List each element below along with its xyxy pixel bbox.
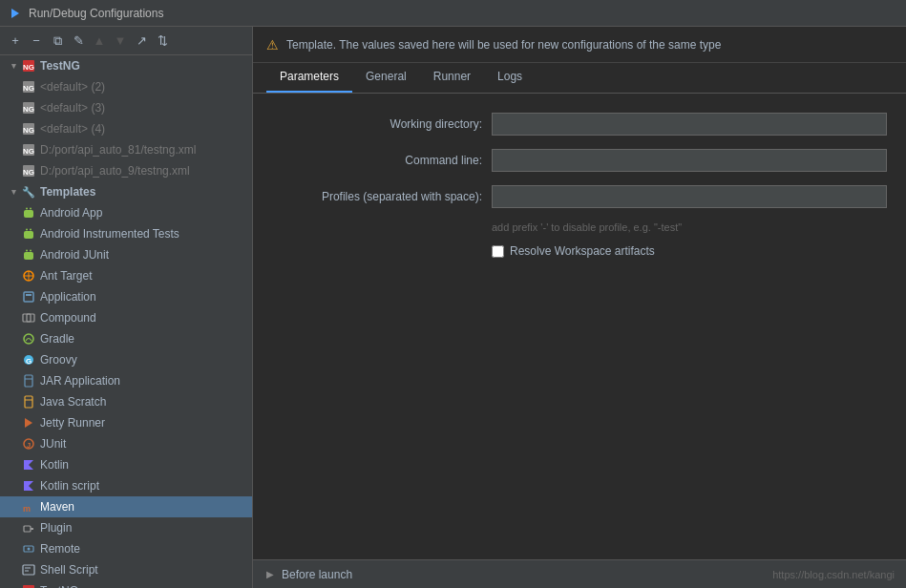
working-dir-input[interactable] [492,113,887,136]
testng-icon4: NG [21,142,36,158]
list-item[interactable]: NG TestNG [0,580,252,588]
ant-target-label: Ant Target [40,269,92,283]
down-button[interactable]: ▼ [111,32,130,51]
tab-parameters[interactable]: Parameters [266,62,352,93]
svg-rect-25 [24,292,33,302]
list-item[interactable]: Kotlin script [0,475,252,496]
move-to-group-button[interactable]: ↗ [132,32,151,51]
remove-button[interactable]: − [27,32,46,51]
list-item[interactable]: NG <default> (4) [0,118,252,139]
footer-chevron-icon: ▶ [266,569,274,579]
list-item[interactable]: Kotlin [0,454,252,475]
tabs-row: Parameters General Runner Logs [253,63,906,94]
gradle-icon [21,331,36,346]
svg-point-15 [30,208,32,210]
testng-icon: NG [21,79,36,94]
list-item[interactable]: NG D:/port/api_auto_9/testng.xml [0,160,252,181]
list-item[interactable]: Android Instrumented Tests [0,223,252,244]
resolve-workspace-checkbox[interactable] [492,245,504,258]
list-item[interactable]: Compound [0,307,252,328]
gradle-label: Gradle [40,332,74,346]
up-button[interactable]: ▲ [90,32,109,51]
svg-text:m: m [23,504,31,514]
default3-label: <default> (3) [40,101,105,115]
default4-label: <default> (4) [40,122,105,136]
list-item[interactable]: NG <default> (2) [0,76,252,97]
maven-icon: m [21,499,36,514]
command-line-input[interactable] [492,149,887,172]
maven-item[interactable]: m Maven [0,496,252,517]
svg-marker-39 [24,460,33,470]
remote-label: Remote [40,542,80,556]
jar-application-label: JAR Application [40,374,120,388]
warning-text: Template. The values saved here will be … [286,38,721,52]
templates-group-label: Templates [40,185,95,199]
testng-icon2: NG [21,100,36,116]
svg-text:J: J [27,441,31,450]
copy-button[interactable]: ⧉ [48,32,67,51]
svg-rect-16 [24,231,33,239]
list-item[interactable]: NG D:/port/api_auto_81/testng.xml [0,139,252,160]
title-bar-title: Run/Debug Configurations [29,7,163,20]
list-item[interactable]: G Groovy [0,349,252,370]
edit-button[interactable]: ✎ [69,32,88,51]
list-item[interactable]: Android App [0,202,252,223]
list-item[interactable]: Remote [0,538,252,559]
svg-text:NG: NG [23,126,34,135]
java-scratch-icon [21,394,36,410]
list-item[interactable]: Shell Script [0,559,252,580]
svg-rect-46 [23,565,34,575]
remote-icon [21,541,36,556]
testng-template-label: TestNG [40,584,78,588]
list-item[interactable]: Plugin [0,517,252,538]
sort-button[interactable]: ⇅ [153,32,172,51]
jar-icon [21,373,36,388]
list-item[interactable]: J JUnit [0,433,252,454]
command-line-row: Command line: [272,149,887,172]
plugin-icon [21,520,36,536]
java-scratch-label: Java Scratch [40,395,106,409]
application-label: Application [40,290,96,304]
list-item[interactable]: Jetty Runner [0,412,252,433]
left-panel: + − ⧉ ✎ ▲ ▼ ↗ ⇅ [0,27,253,588]
shell-script-icon [21,562,36,578]
tab-logs[interactable]: Logs [484,62,536,93]
kotlin-script-label: Kotlin script [40,479,99,493]
resolve-workspace-label: Resolve Workspace artifacts [510,244,655,258]
kotlin-label: Kotlin [40,458,69,472]
list-item[interactable]: Java Scratch [0,391,252,412]
svg-point-17 [26,229,28,231]
testng-group[interactable]: ▾ NG TestNG [0,55,252,76]
testng-group-icon: NG [21,58,36,74]
application-icon [21,289,36,304]
svg-point-18 [30,229,32,231]
templates-group[interactable]: ▾ 🔧 Templates [0,181,252,202]
path1-label: D:/port/api_auto_81/testng.xml [40,143,196,157]
profiles-row: Profiles (separated with space): [272,185,887,208]
testng-icon5: NG [21,163,36,178]
tab-runner[interactable]: Runner [420,62,484,93]
configuration-tree[interactable]: ▾ NG TestNG NG <default> (2) [0,55,252,588]
list-item[interactable]: Android JUnit [0,244,252,265]
main-layout: + − ⧉ ✎ ▲ ▼ ↗ ⇅ [0,27,906,588]
add-button[interactable]: + [6,32,25,51]
working-dir-row: Working directory: [272,113,887,136]
svg-rect-13 [24,210,33,218]
kotlin-script-icon [21,478,36,494]
jetty-runner-label: Jetty Runner [40,416,105,430]
groovy-label: Groovy [40,353,77,367]
list-item[interactable]: Application [0,286,252,307]
profiles-input[interactable] [492,185,887,208]
warning-icon: ⚠ [266,37,279,52]
profiles-hint: add prefix '-' to disable profile, e.g. … [492,221,887,233]
svg-rect-34 [25,396,32,408]
list-item[interactable]: NG <default> (3) [0,97,252,118]
testng-chevron: ▾ [8,60,19,72]
svg-point-14 [26,208,28,210]
tab-general[interactable]: General [352,62,420,93]
profiles-label: Profiles (separated with space): [272,190,482,203]
list-item[interactable]: JAR Application [0,370,252,391]
list-item[interactable]: Gradle [0,328,252,349]
android-instrumented-icon [21,226,36,242]
list-item[interactable]: Ant Target [0,265,252,286]
